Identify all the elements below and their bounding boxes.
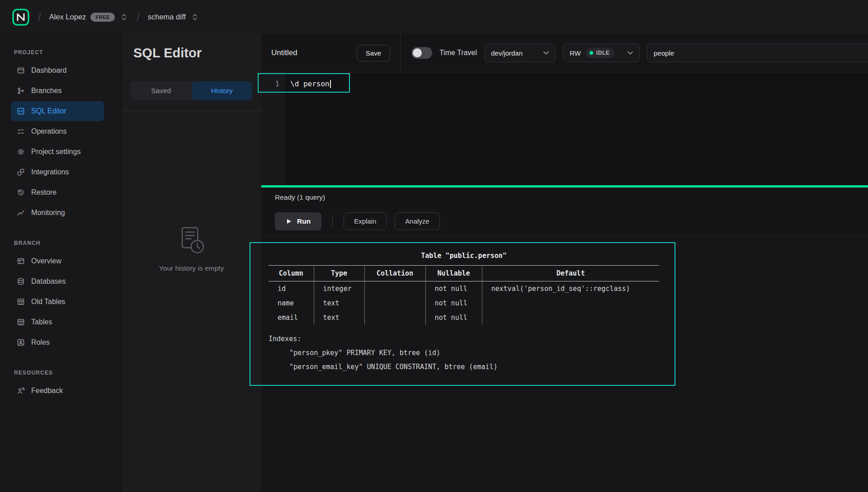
sidebar-item-branches[interactable]: Branches [11, 81, 104, 101]
project-selector-icon[interactable] [190, 13, 199, 22]
breadcrumb-project: schema diff [148, 13, 199, 22]
column-header: Default [482, 266, 659, 281]
index-entry: "person_pkey" PRIMARY KEY, btree (id) [269, 346, 666, 360]
sidebar-item-databases[interactable]: Databases [11, 272, 104, 291]
chevron-down-icon [543, 51, 549, 55]
sidebar-item-label: Dashboard [31, 66, 66, 75]
project-name[interactable]: schema diff [148, 13, 186, 21]
column-header: Column [269, 266, 314, 281]
gear-icon [17, 148, 25, 156]
section-label: BRANCH [0, 240, 121, 251]
branches-icon [17, 87, 25, 95]
indexes-label: Indexes: [269, 332, 666, 346]
sidebar-item-overview[interactable]: Overview [11, 251, 104, 271]
cell [482, 310, 659, 325]
cell: text [314, 296, 364, 310]
sidebar-item-operations[interactable]: Operations [11, 122, 104, 141]
sidebar-item-label: Branches [31, 87, 62, 95]
plan-badge: FREE [90, 13, 115, 22]
sidebar-section-branch: BRANCH Overview Databases Old Tables Tab… [0, 240, 121, 352]
sidebar-item-old-tables[interactable]: Old Tables [11, 292, 104, 312]
sidebar-item-label: Monitoring [31, 209, 65, 217]
cell: integer [314, 281, 364, 296]
cell [364, 281, 425, 296]
sidebar-section-resources: RESOURCES Feedback [0, 370, 121, 401]
section-label: RESOURCES [0, 370, 121, 380]
table-row: name text not null [269, 296, 659, 310]
status-bar: Ready (1 query) [261, 187, 868, 207]
tab-history[interactable]: History [192, 81, 253, 100]
sidebar-item-label: Overview [31, 257, 61, 265]
cell: not null [425, 296, 482, 310]
operations-icon [17, 127, 25, 136]
cell [364, 310, 425, 325]
actions-divider [332, 216, 333, 227]
sidebar-item-project-settings[interactable]: Project settings [11, 142, 104, 162]
run-button[interactable]: Run [275, 212, 321, 230]
roles-icon [17, 338, 25, 347]
results-output: Table "public.person" Column Type Collat… [261, 235, 666, 374]
sidebar-item-sql-editor[interactable]: SQL Editor [11, 101, 104, 121]
sql-editor-icon [17, 107, 25, 115]
query-title[interactable]: Untitled [271, 48, 297, 57]
table-icon [17, 318, 25, 326]
table-row: id integer not null nextval('person_id_s… [269, 281, 659, 296]
code-editor[interactable]: 1 \d person [261, 72, 868, 185]
time-travel-toggle[interactable] [411, 47, 432, 59]
sidebar-item-dashboard[interactable]: Dashboard [11, 61, 104, 80]
sidebar-item-label: Roles [31, 338, 50, 347]
column-header: Type [314, 266, 364, 281]
history-panel: SQL Editor Saved History Your history is… [121, 34, 261, 492]
text-cursor [330, 80, 331, 88]
database-select[interactable]: people [647, 43, 868, 62]
tab-saved[interactable]: Saved [131, 81, 192, 100]
editor-toolbar: Untitled Save Time Travel dev/jordan RW [261, 34, 868, 72]
result-table: Column Type Collation Nullable Default i… [269, 265, 659, 325]
time-travel-label: Time Travel [439, 49, 477, 57]
user-name[interactable]: Alex Lopez [49, 13, 86, 21]
page-title: SQL Editor [122, 34, 261, 72]
sidebar-section-project: PROJECT Dashboard Branches SQL Editor Op… [0, 49, 121, 223]
explain-button[interactable]: Explain [344, 212, 387, 230]
sidebar-item-feedback[interactable]: Feedback [11, 381, 104, 401]
neon-logo-icon[interactable] [12, 8, 30, 26]
tabs-wrap: Saved History [122, 72, 261, 112]
breadcrumb-separator: / [136, 11, 141, 23]
branch-select[interactable]: dev/jordan [484, 43, 556, 62]
analyze-button[interactable]: Analyze [395, 212, 439, 230]
cell: not null [425, 281, 482, 296]
user-selector-icon[interactable] [119, 13, 128, 22]
status-text: Ready (1 query) [275, 193, 325, 201]
sidebar-item-restore[interactable]: Restore [11, 183, 104, 202]
index-entry: "person_email_key" UNIQUE CONSTRAINT, bt… [269, 360, 666, 374]
toolbar-left: Untitled Save [261, 34, 401, 72]
code-text: \d person [290, 80, 330, 88]
result-header-row: Column Type Collation Nullable Default [269, 266, 659, 281]
empty-history-text: Your history is empty [159, 264, 224, 272]
breadcrumb-user: Alex Lopez FREE [49, 13, 128, 22]
cell: not null [425, 310, 482, 325]
sidebar-item-roles[interactable]: Roles [11, 333, 104, 352]
sidebar: PROJECT Dashboard Branches SQL Editor Op… [0, 34, 121, 492]
cell [482, 296, 659, 310]
sidebar-item-integrations[interactable]: Integrations [11, 162, 104, 182]
sql-editor-main: Untitled Save Time Travel dev/jordan RW [261, 34, 868, 492]
saved-history-tabs: Saved History [131, 81, 252, 100]
compute-status-text: IDLE [596, 50, 610, 56]
toggle-knob [413, 48, 422, 57]
sidebar-item-monitoring[interactable]: Monitoring [11, 203, 104, 223]
save-button[interactable]: Save [357, 45, 390, 61]
compute-status-badge: IDLE [585, 48, 615, 58]
sidebar-item-label: Databases [31, 277, 66, 286]
code-area[interactable]: \d person [285, 72, 331, 185]
result-table-title: Table "public.person" [269, 252, 659, 260]
line-number: 1 [275, 80, 279, 88]
compute-select[interactable]: RW IDLE [563, 43, 640, 62]
sidebar-item-label: Operations [31, 127, 66, 136]
sidebar-item-tables[interactable]: Tables [11, 312, 104, 332]
table-row: email text not null [269, 310, 659, 325]
run-button-label: Run [297, 217, 311, 225]
top-header: / Alex Lopez FREE / schema diff [0, 0, 868, 34]
cell [364, 296, 425, 310]
database-icon [17, 277, 25, 286]
